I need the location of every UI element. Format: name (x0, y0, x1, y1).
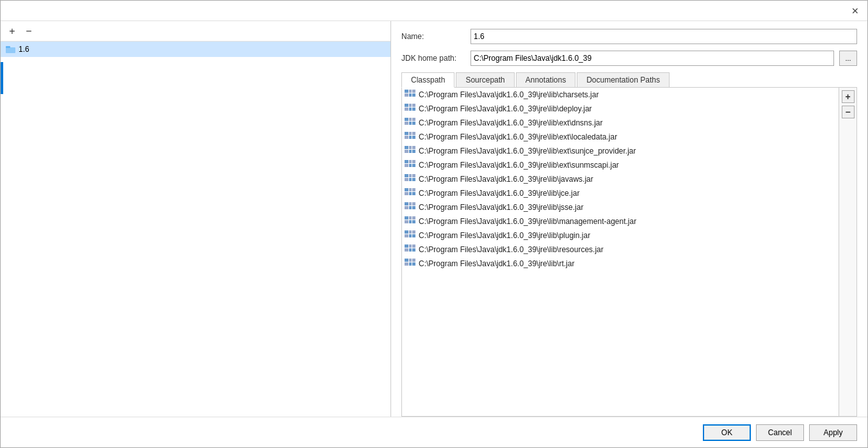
svg-rect-53 (409, 206, 412, 209)
svg-rect-79 (412, 262, 415, 266)
classpath-item-path: C:\Program Files\Java\jdk1.6.0_39\jre\li… (419, 217, 636, 226)
jdk-home-row: JDK home path: ... (401, 51, 857, 66)
svg-rect-8 (405, 104, 408, 107)
close-button[interactable]: ✕ (848, 4, 862, 18)
svg-rect-44 (405, 188, 408, 191)
tab-sourcepath[interactable]: Sourcepath (456, 72, 514, 87)
classpath-item-path: C:\Program Files\Java\jdk1.6.0_39\jre\li… (419, 90, 599, 99)
svg-rect-63 (409, 230, 412, 234)
name-row: Name: (401, 29, 857, 44)
svg-rect-50 (405, 202, 408, 205)
svg-rect-65 (409, 234, 412, 237)
classpath-list-item[interactable]: C:\Program Files\Java\jdk1.6.0_39\jre\li… (402, 243, 839, 257)
svg-rect-46 (405, 192, 408, 195)
svg-rect-45 (409, 188, 412, 191)
classpath-list-item[interactable]: C:\Program Files\Java\jdk1.6.0_39\jre\li… (402, 172, 839, 186)
svg-rect-43 (412, 178, 415, 181)
name-input[interactable] (470, 29, 857, 44)
classpath-sidebar: + − (839, 88, 856, 416)
name-label: Name: (401, 32, 465, 41)
folder-icon (6, 44, 16, 54)
classpath-list-item[interactable]: C:\Program Files\Java\jdk1.6.0_39\jre\li… (402, 130, 839, 144)
svg-rect-70 (405, 248, 408, 252)
svg-rect-48 (412, 188, 415, 191)
remove-classpath-button[interactable]: − (842, 106, 855, 118)
svg-rect-10 (405, 108, 408, 111)
right-panel: Name: JDK home path: ... Classpath Sourc… (391, 21, 867, 417)
svg-rect-1 (6, 46, 10, 48)
jar-icon (405, 118, 416, 128)
classpath-list-item[interactable]: C:\Program Files\Java\jdk1.6.0_39\jre\li… (402, 228, 839, 243)
svg-rect-64 (405, 234, 408, 237)
classpath-item-path: C:\Program Files\Java\jdk1.6.0_39\jre\li… (419, 189, 579, 198)
svg-rect-30 (412, 146, 415, 149)
svg-rect-59 (409, 220, 412, 223)
svg-rect-2 (405, 90, 408, 93)
tab-classpath[interactable]: Classpath (401, 72, 454, 88)
svg-rect-25 (412, 136, 415, 139)
classpath-list-item[interactable]: C:\Program Files\Java\jdk1.6.0_39\jre\li… (402, 102, 839, 116)
tabs-bar: Classpath Sourcepath Annotations Documen… (401, 72, 857, 88)
tab-annotations[interactable]: Annotations (516, 72, 575, 87)
jar-icon (405, 146, 416, 156)
tab-documentation-paths[interactable]: Documentation Paths (577, 72, 670, 87)
classpath-list: C:\Program Files\Java\jdk1.6.0_39\jre\li… (402, 88, 839, 416)
left-panel: + − 1.6 (1, 21, 391, 417)
jar-icon (405, 90, 416, 100)
jar-icon (405, 160, 416, 170)
svg-rect-60 (412, 216, 415, 220)
svg-rect-28 (405, 150, 408, 153)
classpath-list-item[interactable]: C:\Program Files\Java\jdk1.6.0_39\jre\li… (402, 214, 839, 228)
svg-rect-58 (405, 220, 408, 223)
svg-rect-73 (412, 248, 415, 252)
classpath-list-item[interactable]: C:\Program Files\Java\jdk1.6.0_39\jre\li… (402, 186, 839, 200)
svg-rect-5 (409, 93, 412, 97)
jar-icon (405, 244, 416, 255)
classpath-list-item[interactable]: C:\Program Files\Java\jdk1.6.0_39\jre\li… (402, 116, 839, 130)
classpath-list-item[interactable]: C:\Program Files\Java\jdk1.6.0_39\jre\li… (402, 200, 839, 214)
svg-rect-67 (412, 234, 415, 237)
classpath-list-item[interactable]: C:\Program Files\Java\jdk1.6.0_39\jre\li… (402, 257, 839, 271)
classpath-item-path: C:\Program Files\Java\jdk1.6.0_39\jre\li… (419, 245, 604, 254)
footer: OK Cancel Apply (1, 417, 867, 447)
svg-rect-18 (412, 118, 415, 121)
svg-rect-14 (405, 118, 408, 121)
svg-rect-66 (412, 230, 415, 234)
cancel-button[interactable]: Cancel (756, 424, 804, 441)
svg-rect-15 (409, 118, 412, 121)
svg-rect-69 (409, 244, 412, 248)
jdk-home-label: JDK home path: (401, 54, 465, 63)
classpath-list-item[interactable]: C:\Program Files\Java\jdk1.6.0_39\jre\li… (402, 144, 839, 158)
sdk-dialog: ✕ + − 1.6 (0, 0, 868, 448)
svg-rect-52 (405, 206, 408, 209)
jar-icon (405, 132, 416, 142)
svg-rect-3 (409, 90, 412, 93)
classpath-list-item[interactable]: C:\Program Files\Java\jdk1.6.0_39\jre\li… (402, 158, 839, 172)
classpath-list-item[interactable]: C:\Program Files\Java\jdk1.6.0_39\jre\li… (402, 88, 839, 102)
svg-rect-76 (405, 262, 408, 266)
svg-rect-32 (405, 160, 408, 163)
svg-rect-55 (412, 206, 415, 209)
svg-rect-7 (412, 93, 415, 97)
svg-rect-16 (405, 122, 408, 125)
svg-rect-72 (412, 244, 415, 248)
jdk-home-input[interactable] (470, 51, 834, 66)
title-bar: ✕ (1, 1, 867, 21)
svg-rect-56 (405, 216, 408, 220)
sdk-tree-item-1.6[interactable]: 1.6 (1, 42, 390, 57)
add-sdk-button[interactable]: + (6, 25, 19, 38)
remove-sdk-button[interactable]: − (22, 25, 35, 38)
ok-button[interactable]: OK (703, 424, 751, 441)
add-classpath-button[interactable]: + (842, 90, 855, 103)
svg-rect-41 (409, 178, 412, 181)
svg-rect-78 (412, 259, 415, 262)
browse-button[interactable]: ... (839, 51, 857, 66)
svg-rect-22 (405, 136, 408, 139)
svg-rect-54 (412, 202, 415, 205)
svg-rect-23 (409, 136, 412, 139)
svg-rect-37 (412, 164, 415, 167)
svg-rect-36 (412, 160, 415, 163)
apply-button[interactable]: Apply (809, 424, 857, 441)
jar-icon (405, 259, 416, 269)
svg-rect-57 (409, 216, 412, 220)
